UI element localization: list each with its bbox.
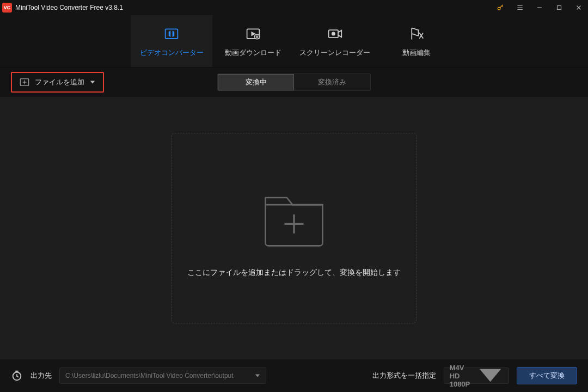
tab-label: 動画編集 [402, 48, 431, 58]
maximize-button[interactable] [554, 3, 564, 13]
close-button[interactable] [574, 3, 584, 13]
recorder-icon [326, 25, 344, 42]
toolbar: ファイルを追加 変換中 変換済み [0, 68, 588, 97]
convert-icon [163, 25, 180, 42]
dropzone-label: ここにファイルを追加またはドラッグして、変換を開始します [187, 268, 401, 278]
tab-video-converter[interactable]: ビデオコンバーター [131, 15, 212, 67]
output-format-label: 出力形式を一括指定 [372, 371, 436, 381]
convert-all-button[interactable]: すべて変換 [517, 367, 577, 384]
footer: 出力先 C:\Users\lizlu\Documents\MiniTool Vi… [0, 359, 588, 392]
chevron-down-icon [477, 363, 503, 388]
title-bar-right [495, 3, 584, 13]
tab-screen-recorder[interactable]: スクリーンレコーダー [294, 15, 376, 67]
chevron-down-icon [90, 79, 95, 85]
dropzone[interactable]: ここにファイルを追加またはドラッグして、変換を開始します [171, 133, 416, 323]
tab-label: スクリーンレコーダー [299, 48, 370, 58]
svg-marker-9 [90, 81, 95, 84]
add-file-button[interactable]: ファイルを追加 [11, 72, 104, 93]
svg-marker-11 [255, 375, 260, 377]
edit-icon [408, 25, 425, 42]
tab-label: ビデオコンバーター [140, 48, 204, 58]
output-path-value: C:\Users\lizlu\Documents\MiniTool Video … [65, 372, 234, 379]
status-tab-label: 変換済み [318, 77, 346, 87]
svg-rect-2 [166, 29, 178, 39]
tab-video-download[interactable]: 動画ダウンロード [212, 15, 294, 67]
status-tab-converted[interactable]: 変換済み [294, 74, 370, 90]
svg-rect-1 [558, 6, 561, 10]
download-icon [244, 25, 262, 42]
key-icon[interactable] [495, 3, 505, 13]
output-dest-label: 出力先 [30, 371, 52, 381]
chevron-down-icon [255, 373, 260, 378]
add-file-icon [20, 78, 29, 86]
main-area: ここにファイルを追加またはドラッグして、変換を開始します [0, 97, 588, 359]
status-tabs: 変換中 変換済み [217, 74, 371, 91]
title-bar: VC MiniTool Video Converter Free v3.8.1 [0, 0, 588, 15]
svg-point-0 [498, 7, 500, 10]
title-bar-left: VC MiniTool Video Converter Free v3.8.1 [2, 3, 123, 13]
history-icon[interactable] [11, 370, 23, 382]
app-title: MiniTool Video Converter Free v3.8.1 [15, 4, 123, 11]
output-path-select[interactable]: C:\Users\lizlu\Documents\MiniTool Video … [59, 367, 266, 384]
status-tab-converting[interactable]: 変換中 [218, 74, 294, 90]
output-format-value: M4V HD 1080P [450, 364, 473, 388]
svg-marker-12 [480, 369, 501, 382]
main-nav: ビデオコンバーター 動画ダウンロード スクリーンレコーダー 動画編集 [0, 15, 588, 68]
svg-point-7 [332, 32, 335, 35]
app-logo-icon: VC [2, 3, 12, 13]
convert-all-label: すべて変換 [529, 371, 565, 381]
minimize-button[interactable] [535, 3, 544, 13]
menu-icon[interactable] [515, 3, 525, 13]
tab-label: 動画ダウンロード [225, 48, 281, 58]
add-file-label: ファイルを追加 [35, 77, 84, 87]
status-tab-label: 変換中 [246, 77, 267, 87]
output-format-select[interactable]: M4V HD 1080P [444, 367, 509, 384]
tab-video-edit[interactable]: 動画編集 [376, 15, 457, 67]
folder-plus-icon [256, 179, 332, 255]
